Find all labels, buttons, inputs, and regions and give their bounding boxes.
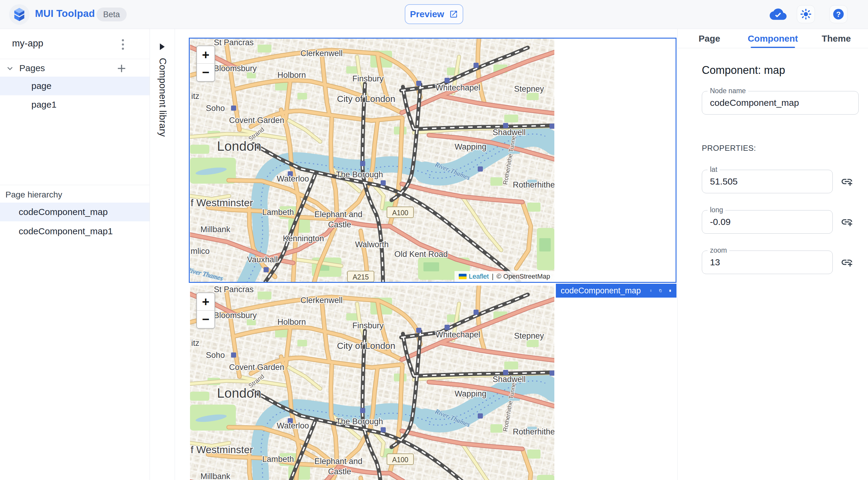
map-attribution: Leaflet | © OpenStreetMap (455, 271, 554, 282)
theme-toggle-button[interactable] (797, 5, 815, 23)
svg-text:f Westminster: f Westminster (191, 444, 253, 455)
svg-text:Waterloo: Waterloo (277, 174, 309, 183)
svg-text:Elephant and: Elephant and (314, 210, 362, 219)
svg-text:St Pancras: St Pancras (214, 39, 254, 47)
hierarchy-item-label: codeComponent_map (19, 207, 108, 217)
app-menu-button[interactable] (116, 37, 130, 51)
cloud-sync-icon (770, 7, 786, 22)
lat-input[interactable] (702, 170, 832, 193)
svg-text:The Borough: The Borough (336, 170, 383, 179)
explorer-sidebar: my-app Pages page page1 Page hierarchy c… (0, 29, 150, 480)
leaflet-map[interactable]: River-ThamesRiver ThamesStrandRotherhith… (190, 39, 554, 282)
svg-text:Wapping: Wapping (455, 389, 487, 398)
delete-icon[interactable] (669, 286, 672, 295)
chevron-down-icon[interactable] (5, 63, 15, 73)
bind-zoom-button[interactable] (840, 255, 854, 269)
sidebar-item-page[interactable]: page (0, 76, 150, 95)
zoom-in-button[interactable]: + (197, 293, 214, 311)
svg-text:f Westminster: f Westminster (191, 197, 253, 209)
component-heading: Component: map (702, 64, 858, 76)
sun-icon (800, 8, 812, 20)
bind-long-button[interactable] (840, 215, 854, 229)
drag-handle-icon[interactable] (649, 286, 652, 295)
property-row-zoom: zoom (702, 251, 858, 274)
app-bar: MUI Toolpad Beta Preview ? (0, 0, 868, 29)
node-name-field: Node name (702, 91, 859, 115)
add-link-icon (841, 256, 853, 269)
zoom-out-button[interactable]: − (197, 64, 214, 81)
leaflet-map[interactable]: River-ThamesRiver ThamesStrandRotherhith… (190, 286, 554, 480)
long-field: long (702, 210, 833, 234)
leaflet-link[interactable]: Leaflet (469, 273, 489, 280)
svg-text:itz: itz (191, 339, 199, 348)
map-component[interactable]: River-ThamesRiver ThamesStrandRotherhith… (190, 39, 554, 282)
svg-text:Rotherhithe: Rotherhithe (513, 427, 554, 436)
svg-text:A215: A215 (352, 273, 369, 281)
zoom-in-button[interactable]: + (197, 46, 214, 64)
svg-text:London: London (217, 139, 261, 154)
map-component-2[interactable]: River-ThamesRiver ThamesStrandRotherhith… (190, 286, 554, 480)
svg-text:Kennington: Kennington (283, 234, 324, 243)
svg-text:Soho: Soho (206, 351, 225, 360)
tab-component[interactable]: Component (741, 29, 804, 48)
svg-text:Castle: Castle (328, 467, 351, 476)
inspector-panel: Page Component Theme Component: map Node… (677, 29, 868, 480)
lat-field: lat (702, 170, 833, 193)
svg-text:Bloomsbury: Bloomsbury (214, 64, 257, 73)
svg-text:Lambeth: Lambeth (262, 455, 294, 464)
svg-text:Shadwell: Shadwell (493, 128, 526, 137)
svg-text:Clerkenwell: Clerkenwell (300, 49, 343, 58)
svg-text:Whitechapel: Whitechapel (435, 330, 480, 339)
svg-text:City of London: City of London (337, 341, 395, 351)
ukraine-flag-icon (459, 274, 467, 279)
preview-button[interactable]: Preview (405, 4, 463, 24)
svg-text:itz: itz (191, 92, 199, 101)
pages-header-label: Pages (19, 63, 45, 73)
external-link-icon (449, 10, 458, 19)
svg-text:?: ? (836, 10, 841, 19)
svg-text:St Pancras: St Pancras (214, 286, 254, 294)
duplicate-icon[interactable] (659, 286, 662, 295)
pages-section-header: Pages (0, 59, 150, 77)
inspector-tabs: Page Component Theme (678, 29, 868, 48)
svg-text:Finsbury: Finsbury (352, 74, 384, 83)
tab-theme[interactable]: Theme (805, 29, 868, 48)
help-icon: ? (832, 8, 845, 21)
svg-text:Stepney: Stepney (514, 331, 544, 341)
osm-attribution: © OpenStreetMap (496, 273, 550, 280)
svg-text:Covent Garden: Covent Garden (229, 363, 284, 372)
page-hierarchy-header: Page hierarchy (5, 190, 62, 200)
mui-toolpad-logo-icon (9, 4, 30, 25)
app-title: MUI Toolpad (35, 8, 95, 19)
add-page-button[interactable] (115, 62, 128, 75)
expand-arrow-icon (160, 43, 165, 50)
svg-text:Walworth: Walworth (355, 240, 389, 249)
bind-lat-button[interactable] (840, 174, 854, 188)
svg-text:Millbank: Millbank (200, 472, 230, 480)
node-name-label: Node name (708, 87, 748, 95)
add-link-icon (841, 216, 853, 228)
app-name: my-app (12, 38, 43, 49)
svg-text:Wapping: Wapping (455, 142, 487, 151)
tab-page[interactable]: Page (678, 29, 741, 48)
sidebar-item-page1[interactable]: page1 (0, 95, 150, 114)
svg-text:Lambeth: Lambeth (262, 208, 294, 217)
hierarchy-item-codeComponent_map1[interactable]: codeComponent_map1 (0, 222, 150, 241)
hierarchy-item-codeComponent_map[interactable]: codeComponent_map (0, 203, 150, 221)
component-library-label: Component library (157, 58, 168, 137)
add-link-icon (841, 175, 853, 188)
svg-text:Bloomsbury: Bloomsbury (214, 311, 257, 320)
beta-badge: Beta (96, 7, 127, 22)
map-zoom-control: + − (196, 45, 215, 82)
svg-text:Waterloo: Waterloo (277, 421, 309, 430)
svg-text:Vauxhall: Vauxhall (247, 255, 278, 264)
zoom-label: zoom (708, 246, 729, 254)
svg-text:Castle: Castle (328, 220, 351, 229)
component-library-tab[interactable]: Component library (150, 29, 175, 480)
svg-text:Finsbury: Finsbury (352, 321, 384, 330)
svg-text:Old Kent Road: Old Kent Road (394, 250, 447, 259)
map-zoom-control: + − (196, 292, 215, 329)
help-button[interactable]: ? (829, 5, 847, 23)
zoom-out-button[interactable]: − (197, 311, 214, 328)
property-row-lat: lat (702, 170, 858, 193)
